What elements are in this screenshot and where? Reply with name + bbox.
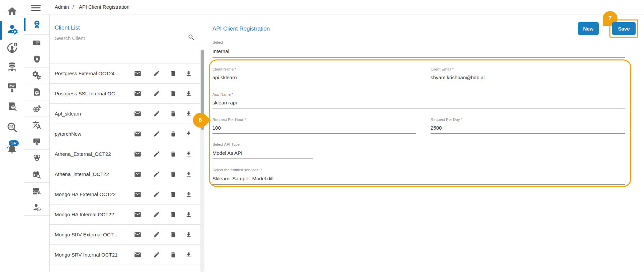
sidebar-item-license[interactable]	[24, 133, 49, 150]
client-name: Postgress SSL Internal OC...	[55, 91, 119, 96]
download-icon[interactable]	[185, 150, 193, 158]
mail-icon[interactable]	[134, 170, 142, 178]
edit-icon[interactable]	[152, 251, 160, 259]
table-row[interactable]: Postgress SSL Internal OC...	[50, 84, 201, 104]
download-icon[interactable]	[185, 70, 193, 78]
mail-icon[interactable]	[134, 251, 142, 259]
edit-icon[interactable]	[152, 110, 160, 118]
sidebar-item-billing[interactable]	[24, 35, 49, 51]
download-icon[interactable]	[185, 90, 193, 98]
edit-icon[interactable]	[152, 231, 160, 239]
mail-icon[interactable]	[134, 110, 142, 118]
download-icon[interactable]	[185, 190, 193, 198]
sidebar-item-user-info[interactable]	[0, 39, 24, 57]
delete-icon[interactable]	[169, 211, 177, 219]
edit-icon[interactable]	[152, 211, 160, 219]
app-name-input[interactable]: sklearn api	[212, 100, 237, 105]
sidebar-item-server-alerts[interactable]	[24, 183, 49, 199]
client-name: Mongo SRV External OCT...	[55, 232, 117, 237]
table-row[interactable]: Mongo HA Internal OCT22	[50, 205, 201, 225]
sidebar-item-user-activity[interactable]	[24, 199, 49, 216]
user-info-icon	[6, 42, 18, 54]
delete-icon[interactable]	[169, 231, 177, 239]
select-type-value[interactable]: Internal	[212, 48, 229, 54]
request-per-hour-input[interactable]: 100	[212, 125, 221, 131]
sidebar-item-schedule-search[interactable]	[24, 166, 49, 183]
sidebar-item-security[interactable]	[24, 51, 49, 67]
sidebar-item-data-network[interactable]	[0, 58, 24, 76]
sidebar-item-api-client-registration[interactable]	[24, 14, 49, 35]
download-icon[interactable]	[185, 130, 193, 138]
mail-icon[interactable]	[134, 211, 142, 219]
client-list-title: Client List	[55, 25, 80, 31]
api-type-label: Select API Type	[212, 142, 240, 146]
sidebar-item-home[interactable]	[0, 3, 24, 20]
mail-icon[interactable]	[134, 130, 142, 138]
sidebar-item-language[interactable]	[24, 117, 49, 133]
edit-icon[interactable]	[152, 70, 160, 78]
table-row[interactable]: Athena_internal_OCT22	[50, 164, 201, 184]
field-underline	[212, 133, 416, 134]
delete-icon[interactable]	[169, 110, 177, 118]
table-row[interactable]: Mongo SRV External OCT...	[50, 225, 201, 245]
notification-count-badge[interactable]: 137	[9, 140, 19, 146]
table-row[interactable]: Mongo HA External OCT22	[50, 184, 201, 205]
table-row[interactable]: Mongo SRV Internal OCT21	[50, 245, 201, 265]
sidebar-item-manage-accounts[interactable]	[0, 20, 24, 38]
edit-icon[interactable]	[152, 190, 160, 198]
server-warning-icon	[32, 186, 42, 195]
new-button[interactable]: New	[578, 22, 599, 35]
sidebar-item-model-config[interactable]	[24, 84, 49, 100]
sidebar-item-training-board[interactable]	[0, 79, 24, 96]
client-email-input[interactable]: shyam.krishnan@bdb.ai	[431, 75, 485, 80]
download-icon[interactable]	[185, 110, 193, 118]
download-icon[interactable]	[185, 170, 193, 178]
sidebar-item-integrations[interactable]	[24, 150, 49, 166]
mail-icon[interactable]	[134, 190, 142, 198]
request-per-day-label: Request Per Day *	[431, 118, 462, 122]
table-row[interactable]: Athena_External_OCT22	[50, 144, 201, 164]
delete-icon[interactable]	[169, 130, 177, 138]
delete-icon[interactable]	[169, 90, 177, 98]
mail-icon[interactable]	[134, 90, 142, 98]
delete-icon[interactable]	[169, 170, 177, 178]
download-icon[interactable]	[185, 211, 193, 219]
table-row[interactable]: Postgress External OCT24	[50, 63, 201, 84]
translate-icon	[32, 121, 41, 130]
delete-icon[interactable]	[169, 150, 177, 158]
edit-icon[interactable]	[152, 130, 160, 138]
search-icon[interactable]	[188, 34, 195, 41]
download-icon[interactable]	[185, 251, 193, 259]
mail-icon[interactable]	[134, 70, 142, 78]
delete-icon[interactable]	[169, 251, 177, 259]
app-window: Admin / API Client Registration	[0, 0, 644, 272]
home-icon	[6, 6, 18, 17]
sidebar-item-settings[interactable]	[24, 67, 49, 84]
breadcrumb: API Client Registration	[79, 4, 130, 10]
breadcrumb-section[interactable]: Admin	[55, 4, 69, 10]
mail-icon[interactable]	[134, 150, 142, 158]
table-row[interactable]: Apl_sklearn	[50, 104, 201, 124]
client-name-input[interactable]: api sklearn	[212, 75, 237, 80]
edit-icon[interactable]	[152, 150, 160, 158]
menu-icon[interactable]	[31, 4, 41, 11]
sidebar-item-api-gateway[interactable]	[24, 100, 49, 117]
presentation-board-icon	[6, 82, 18, 93]
sidebar-item-data-search[interactable]	[0, 119, 24, 136]
request-per-day-input[interactable]: 2500	[431, 125, 442, 131]
top-bar: Admin / API Client Registration	[24, 0, 644, 14]
database-network-icon	[6, 61, 18, 73]
api-type-value[interactable]: Model As API	[212, 150, 242, 156]
delete-icon[interactable]	[169, 70, 177, 78]
sidebar-item-metadata-search[interactable]	[0, 98, 24, 116]
search-input[interactable]	[55, 32, 198, 44]
download-icon[interactable]	[185, 231, 193, 239]
mail-icon[interactable]	[134, 231, 142, 239]
breadcrumb-separator: /	[72, 4, 74, 10]
edit-icon[interactable]	[152, 170, 160, 178]
table-row[interactable]: pytorchNew	[50, 124, 201, 144]
delete-icon[interactable]	[169, 190, 177, 198]
save-button[interactable]: Save	[612, 22, 636, 35]
entitled-services-value[interactable]: Sklearn_Sample_Model.dill	[212, 176, 274, 181]
edit-icon[interactable]	[152, 90, 160, 98]
